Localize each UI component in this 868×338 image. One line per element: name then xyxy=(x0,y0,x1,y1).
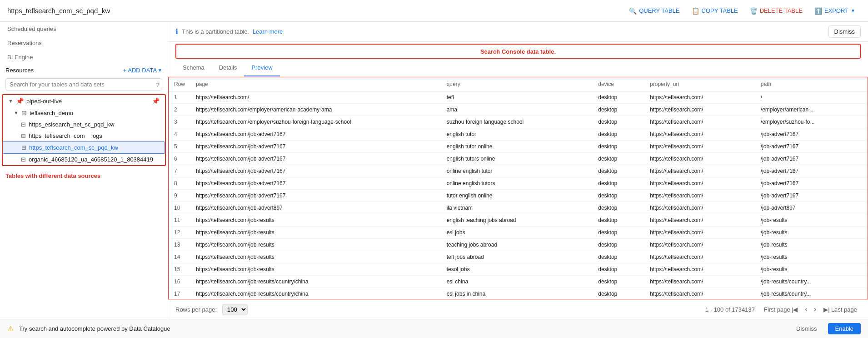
info-text: This is a partitioned table. Learn more xyxy=(182,28,283,35)
col-header-path: path xyxy=(755,77,868,91)
sidebar-annotation-text: Tables with different data sources xyxy=(0,166,168,180)
search-icon: ? xyxy=(156,81,160,88)
table-label-2: https_teflsearch_com_sc_pqd_kw xyxy=(29,144,118,151)
table-row: 1 https://teflsearch.com/ tefl desktop h… xyxy=(169,91,868,104)
tab-preview[interactable]: Preview xyxy=(244,60,279,76)
rows-per-page-label: Rows per page: xyxy=(175,306,217,313)
table-row: 16 https://teflsearch.com/job-results/co… xyxy=(169,276,868,288)
search-input[interactable] xyxy=(5,78,162,91)
table-icon-2: ⊟ xyxy=(21,144,26,151)
table-row: 15 https://teflsearch.com/job-results te… xyxy=(169,263,868,276)
project-label: piped-out-live xyxy=(26,98,149,105)
table-label-1: https_teflsearch_com__logs xyxy=(29,132,102,139)
table-row: 5 https://teflsearch.com/job-advert7167 … xyxy=(169,141,868,153)
export-chevron-icon: ▼ xyxy=(851,8,855,13)
query-table-icon: 🔍 xyxy=(629,7,637,15)
rows-per-page-select[interactable]: 100 50 25 xyxy=(222,304,248,315)
table-row: 6 https://teflsearch.com/job-advert7167 … xyxy=(169,153,868,165)
col-header-property-uri: property_uri xyxy=(644,77,755,91)
export-icon: ⬆️ xyxy=(814,7,822,15)
bottom-bar-warning-icon: ⚠ xyxy=(7,324,14,333)
project-icon: 📌 xyxy=(16,97,24,105)
table-item-2[interactable]: ⊟ https_teflsearch_com_sc_pqd_kw xyxy=(3,141,165,154)
first-page-icon: |◀ xyxy=(792,306,798,313)
pagination-nav: First page |◀ ‹ › ▶| Last page xyxy=(760,303,861,315)
dataset-label: teflsearch_demo xyxy=(30,110,73,116)
table-row: 13 https://teflsearch.com/job-results te… xyxy=(169,239,868,251)
page-title: https_teflsearch_com_sc_pqd_kw xyxy=(7,7,624,15)
table-row: 2 https://teflsearch.com/employer/americ… xyxy=(169,104,868,116)
add-data-button[interactable]: + ADD DATA ▼ xyxy=(123,67,162,74)
dismiss-banner-button[interactable]: Dismiss xyxy=(828,25,861,38)
table-row: 10 https://teflsearch.com/job-advert897 … xyxy=(169,202,868,214)
next-page-button[interactable]: › xyxy=(811,303,819,315)
resources-label: Resources xyxy=(5,67,123,74)
info-icon: ℹ xyxy=(175,27,178,36)
col-header-query: query xyxy=(441,77,593,91)
info-banner: ℹ This is a partitioned table. Learn mor… xyxy=(168,22,868,42)
col-header-page: page xyxy=(190,77,441,91)
tab-schema[interactable]: Schema xyxy=(175,60,212,76)
table-label-0: https_eslsearch_net_sc_pqd_kw xyxy=(29,121,115,128)
copy-table-icon: 📋 xyxy=(692,7,699,15)
table-row: 3 https://teflsearch.com/employer/suzhou… xyxy=(169,116,868,128)
query-table-button[interactable]: 🔍 QUERY TABLE xyxy=(624,5,685,17)
center-annotation: Search Console data table. xyxy=(175,44,861,59)
table-row: 17 https://teflsearch.com/job-results/co… xyxy=(169,288,868,300)
table-icon-3: ⊟ xyxy=(21,156,26,163)
dataset-collapse-icon: ▼ xyxy=(14,110,19,116)
table-row: 12 https://teflsearch.com/job-results es… xyxy=(169,227,868,239)
bottom-bar-dismiss-button[interactable]: Dismiss xyxy=(791,323,823,334)
dataset-icon: ⊞ xyxy=(21,109,27,116)
table-row: 8 https://teflsearch.com/job-advert7167 … xyxy=(169,177,868,190)
table-row: 14 https://teflsearch.com/job-results te… xyxy=(169,251,868,263)
page-count-text: 1 - 100 of 1734137 xyxy=(705,306,755,313)
collapse-icon: ▼ xyxy=(8,98,13,104)
tab-details[interactable]: Details xyxy=(212,60,244,76)
table-label-3: organic_46685120_ua_46685120_1_80384419 xyxy=(29,156,153,163)
col-header-row: Row xyxy=(169,77,190,91)
table-row: 11 https://teflsearch.com/job-results en… xyxy=(169,214,868,227)
first-page-button[interactable]: First page |◀ xyxy=(760,304,802,315)
table-row: 7 https://teflsearch.com/job-advert7167 … xyxy=(169,165,868,177)
dataset-item[interactable]: ▼ ⊞ teflsearch_demo xyxy=(3,107,165,119)
bottom-bar-text: Try search and autocomplete powered by D… xyxy=(19,325,785,332)
table-item-0[interactable]: ⊟ https_eslsearch_net_sc_pqd_kw xyxy=(3,119,165,130)
last-page-icon: ▶| xyxy=(823,306,829,313)
table-row: 4 https://teflsearch.com/job-advert7167 … xyxy=(169,128,868,141)
export-button[interactable]: ⬆️ EXPORT ▼ xyxy=(809,5,861,17)
table-footer: Rows per page: 100 50 25 1 - 100 of 1734… xyxy=(168,299,868,319)
last-page-button[interactable]: ▶| Last page xyxy=(820,304,861,315)
add-data-chevron-icon: ▼ xyxy=(158,68,162,73)
table-row: 9 https://teflsearch.com/job-advert7167 … xyxy=(169,190,868,202)
delete-table-icon: 🗑️ xyxy=(750,7,758,15)
table-icon-1: ⊟ xyxy=(21,132,26,139)
reservations-item[interactable]: Reservations xyxy=(0,36,168,50)
delete-table-button[interactable]: 🗑️ DELETE TABLE xyxy=(744,5,808,17)
scheduled-queries-item[interactable]: Scheduled queries xyxy=(0,22,168,36)
table-item-3[interactable]: ⊟ organic_46685120_ua_46685120_1_8038441… xyxy=(3,154,165,165)
table-item-1[interactable]: ⊟ https_teflsearch_com__logs xyxy=(3,130,165,141)
project-item[interactable]: ▼ 📌 piped-out-live 📌 xyxy=(3,95,165,107)
bottom-notification-bar: ⚠ Try search and autocomplete powered by… xyxy=(0,319,868,338)
learn-more-link[interactable]: Learn more xyxy=(253,28,283,35)
table-icon-0: ⊟ xyxy=(21,121,26,128)
bottom-bar-enable-button[interactable]: Enable xyxy=(828,323,861,334)
prev-page-button[interactable]: ‹ xyxy=(803,303,810,315)
col-header-device: device xyxy=(593,77,644,91)
pin-icon: 📌 xyxy=(152,97,160,105)
data-table-wrap: Row page query device property_uri path … xyxy=(168,77,868,299)
copy-table-button[interactable]: 📋 COPY TABLE xyxy=(686,5,743,17)
bi-engine-item[interactable]: BI Engine xyxy=(0,50,168,64)
